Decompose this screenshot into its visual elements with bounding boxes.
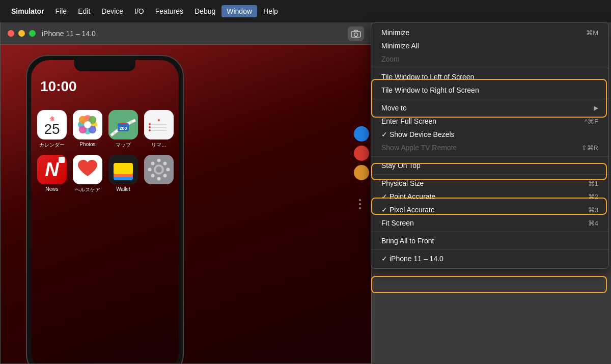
menubar-item-simulator[interactable]: Simulator (6, 5, 49, 17)
health-label: ヘルスケア (75, 186, 100, 193)
partial-red-dot (354, 146, 369, 161)
menu-item-move-to[interactable]: Move to ▶ (371, 101, 608, 115)
menu-item-physical-size[interactable]: Physical Size ⌘1 (371, 177, 608, 190)
menu-item-apple-tv: Show Apple TV Remote ⇧⌘R (371, 141, 608, 154)
menu-separator-4 (371, 174, 608, 175)
app-reminders[interactable]: リマ… (144, 110, 174, 149)
menu-check-icon: ✓ (381, 255, 387, 263)
menubar-item-file[interactable]: File (50, 5, 72, 17)
menu-check-icon: ✓ (381, 130, 387, 138)
svg-text:280: 280 (119, 126, 127, 131)
svg-point-31 (157, 177, 161, 181)
minimize-button[interactable] (18, 30, 25, 37)
svg-point-34 (151, 162, 155, 165)
menubar-item-debug[interactable]: Debug (189, 5, 220, 17)
svg-point-19 (149, 123, 151, 125)
screenshot-button[interactable] (348, 26, 364, 41)
svg-point-15 (158, 119, 160, 121)
menu-item-tile-right[interactable]: Tile Window to Right of Screen (371, 83, 608, 97)
scroll-indicator (359, 199, 361, 209)
menu-item-shortcut: ⌘3 (588, 206, 598, 214)
menu-item-bring-all[interactable]: Bring All to Front (371, 234, 608, 247)
photos-label: Photos (79, 142, 95, 147)
wallet-label: Wallet (116, 186, 130, 192)
menu-item-label: Stay On Top (381, 161, 421, 170)
menubar-item-features[interactable]: Features (150, 5, 188, 17)
app-wallet[interactable]: Wallet (108, 155, 138, 193)
menu-item-label: Minimize All (381, 42, 419, 50)
news-n-letter: N (45, 159, 59, 181)
menu-item-fullscreen[interactable]: Enter Full Screen ^⌘F (371, 115, 608, 128)
menu-item-label: Pixel Accurate (390, 206, 588, 214)
menu-item-stay-on-top[interactable]: Stay On Top (371, 159, 608, 172)
menu-item-label: iPhone 11 – 14.0 (390, 255, 598, 263)
menu-check-icon: ✓ (381, 192, 387, 201)
svg-point-10 (84, 121, 91, 128)
svg-point-35 (163, 162, 167, 165)
partial-icons (354, 126, 369, 180)
menu-separator-2 (371, 99, 608, 99)
simulator-title: iPhone 11 – 14.0 (42, 30, 342, 38)
menu-item-shortcut: ⌘2 (588, 193, 598, 201)
menu-check-icon: ✓ (381, 206, 387, 214)
time-display: 10:00 (31, 74, 179, 95)
svg-point-21 (149, 129, 151, 131)
highlight-fit-screen (371, 276, 607, 293)
menu-item-iphone11[interactable]: ✓ iPhone 11 – 14.0 (371, 252, 608, 265)
svg-point-36 (151, 174, 155, 178)
iphone-bezel: 10:00 金 25 カレンダー (26, 55, 184, 363)
menubar-item-help[interactable]: Help (258, 5, 283, 17)
menubar-item-window[interactable]: Window (221, 5, 257, 17)
menu-item-zoom: Zoom (371, 52, 608, 66)
simulator-screen: 10:00 金 25 カレンダー (1, 45, 371, 363)
menu-item-label: Bring All to Front (381, 237, 434, 245)
svg-point-20 (149, 126, 151, 128)
app-photos[interactable]: Photos (73, 110, 102, 149)
svg-point-30 (157, 159, 161, 162)
menu-item-pixel-accurate[interactable]: ✓ Pixel Accurate ⌘3 (371, 203, 608, 216)
menu-item-shortcut: ⇧⌘R (581, 144, 598, 152)
reminders-label: リマ… (151, 142, 166, 149)
menubar-item-edit[interactable]: Edit (73, 5, 95, 17)
close-button[interactable] (8, 30, 14, 37)
svg-point-37 (163, 174, 167, 178)
svg-point-29 (156, 166, 162, 173)
zoom-button[interactable] (29, 30, 36, 37)
app-settings[interactable] (144, 155, 174, 193)
menu-item-label: Physical Size (381, 179, 424, 187)
menubar-item-device[interactable]: Device (96, 5, 128, 17)
menu-item-minimize-all[interactable]: Minimize All (371, 39, 608, 52)
menu-item-fit-screen[interactable]: Fit Screen ⌘4 (371, 216, 608, 230)
menu-separator-6 (371, 249, 608, 250)
calendar-label: カレンダー (39, 142, 65, 149)
submenu-arrow-icon: ▶ (594, 104, 598, 111)
menu-separator-5 (371, 232, 608, 232)
app-health[interactable]: ヘルスケア (73, 155, 102, 193)
menu-item-label: Fit Screen (381, 219, 414, 227)
app-calendar[interactable]: 金 25 カレンダー (37, 110, 67, 149)
simulator-window: iPhone 11 – 14.0 10:00 (0, 22, 372, 364)
menu-item-label: Show Apple TV Remote (381, 144, 457, 152)
menu-separator-3 (371, 156, 608, 157)
menu-item-tile-left[interactable]: Tile Window to Left of Screen (371, 70, 608, 83)
menu-item-label: Tile Window to Left of Screen (381, 73, 474, 81)
iphone-notch (74, 60, 135, 71)
menu-item-label: Enter Full Screen (381, 117, 436, 125)
app-maps[interactable]: 280 マップ (108, 110, 138, 149)
simulator-titlebar: iPhone 11 – 14.0 (1, 22, 371, 45)
menubar: Simulator File Edit Device I/O Features … (0, 0, 611, 22)
app-grid: 金 25 カレンダー (31, 100, 179, 200)
menubar-item-io[interactable]: I/O (129, 5, 149, 17)
svg-rect-14 (144, 110, 174, 139)
app-news[interactable]: N News (37, 155, 67, 193)
calendar-day-num: 25 (44, 122, 60, 136)
menu-item-shortcut: ⌘1 (588, 180, 598, 187)
menu-item-label: Show Device Bezels (390, 130, 598, 138)
menu-item-label: Point Accurate (390, 192, 588, 201)
svg-point-32 (148, 168, 152, 172)
menu-separator-1 (371, 68, 608, 68)
menu-item-show-bezels[interactable]: ✓ Show Device Bezels (371, 128, 608, 141)
svg-rect-26 (114, 163, 133, 174)
menu-item-point-accurate[interactable]: ✓ Point Accurate ⌘2 (371, 190, 608, 203)
menu-item-minimize[interactable]: Minimize ⌘M (371, 26, 608, 39)
